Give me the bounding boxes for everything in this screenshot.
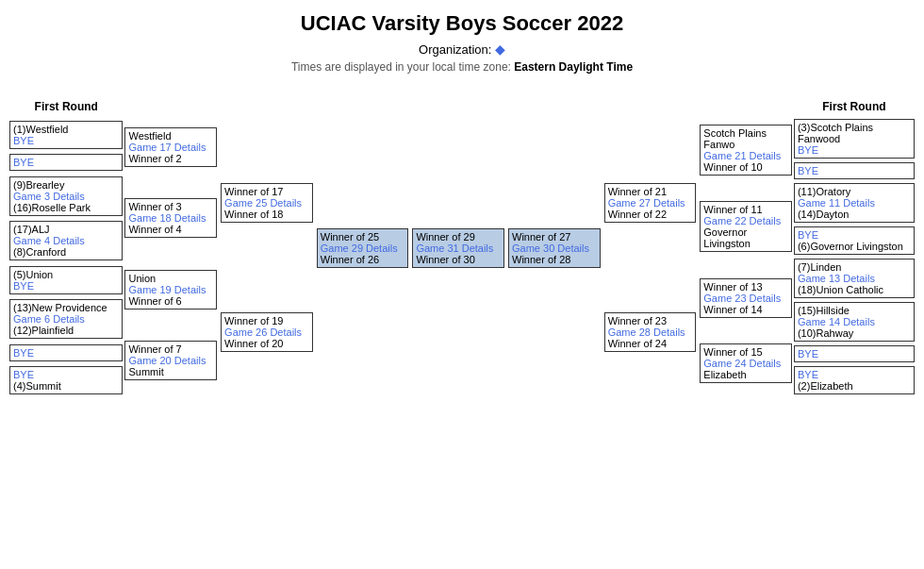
r-r1-s5: (7)LindenGame 13 Details(18)Union Cathol…: [794, 259, 915, 298]
r-r1-s1: (3)Scotch Plains FanwoodBYE: [794, 119, 915, 159]
org-diamond-icon[interactable]: ◆: [495, 42, 505, 57]
r-r3-s2: Winner of 23Game 28 DetailsWinner of 24: [604, 312, 697, 352]
r-r3-s1: Winner of 21Game 27 DetailsWinner of 22: [604, 183, 697, 223]
bracket-main: First Round (1)WestfieldBYE BYE (9)Brear…: [9, 81, 915, 400]
l-r2-s1: WestfieldGame 17 DetailsWinner of 2: [124, 127, 217, 167]
r-r1-s8: BYE(2)Elizabeth: [794, 366, 915, 394]
col-center: Winner of 29Game 31 DetailsWinner of 30: [410, 81, 506, 400]
org-line: Organization: ◆: [0, 40, 924, 59]
col-r-r4: Winner of 27Game 30 DetailsWinner of 28: [506, 81, 602, 400]
r-r1-s2: BYE: [794, 162, 915, 179]
r-r2-s1: Scotch Plains FanwoGame 21 DetailsWinner…: [700, 125, 792, 176]
l-r1-s7: BYE: [9, 344, 123, 361]
l-r1-s1: (1)WestfieldBYE: [9, 121, 123, 149]
r-r2-s4: Winner of 15Game 24 DetailsElizabeth: [700, 343, 792, 383]
col-l-r4: Winner of 25Game 29 DetailsWinner of 26: [315, 81, 411, 400]
r-r1-s4: BYE(6)Governor Livingston: [794, 226, 915, 255]
l-r1-s3: (9)BrearleyGame 3 Details(16)Roselle Par…: [9, 176, 123, 216]
r-r2-s2: Winner of 11Game 22 DetailsGovernor Livi…: [700, 201, 792, 252]
l-r1-s6: (13)New ProvidenceGame 6 Details(12)Plai…: [9, 299, 123, 339]
r-r1-s6: (15)HillsideGame 14 Details(10)Rahway: [794, 302, 915, 342]
r-r4-s1: Winner of 27Game 30 DetailsWinner of 28: [508, 228, 601, 268]
col-r-r2: Scotch Plains FanwoGame 21 DetailsWinner…: [698, 81, 794, 400]
center-final: Winner of 29Game 31 DetailsWinner of 30: [412, 228, 504, 268]
r-r1-s3: (11)OratoryGame 11 Details(14)Dayton: [794, 183, 915, 223]
col-r-r1: First Round (3)Scotch Plains FanwoodBYE …: [794, 81, 915, 400]
l-r1-s2: BYE: [9, 154, 123, 171]
l-r4-s1: Winner of 25Game 29 DetailsWinner of 26: [317, 228, 409, 268]
col-r-r3: Winner of 21Game 27 DetailsWinner of 22 …: [602, 81, 699, 400]
r-r1-s7: BYE: [794, 345, 915, 362]
l-r1-header: First Round: [9, 100, 123, 113]
l-r3-s2: Winner of 19Game 26 DetailsWinner of 20: [221, 312, 313, 352]
l-r2-s3: UnionGame 19 DetailsWinner of 6: [124, 270, 217, 310]
l-r2-s2: Winner of 3Game 18 DetailsWinner of 4: [124, 198, 217, 238]
r-r1-header: First Round: [794, 100, 915, 113]
page-title: UCIAC Varsity Boys Soccer 2022: [0, 0, 924, 40]
l-r3-s1: Winner of 17Game 25 DetailsWinner of 18: [221, 183, 313, 223]
col-l-r3: Winner of 17Game 25 DetailsWinner of 18 …: [219, 81, 315, 400]
l-r1-s4: (17)ALJGame 4 Details(8)Cranford: [9, 221, 123, 260]
col-l-r2: WestfieldGame 17 DetailsWinner of 2 Winn…: [123, 81, 219, 400]
l-r1-s8: BYE(4)Summit: [9, 366, 123, 394]
l-r1-s5: (5)UnionBYE: [9, 266, 123, 294]
r-r2-s3: Winner of 13Game 23 DetailsWinner of 14: [700, 278, 792, 318]
col-l-r1: First Round (1)WestfieldBYE BYE (9)Brear…: [9, 81, 123, 400]
l-r2-s4: Winner of 7Game 20 DetailsSummit: [124, 341, 217, 380]
bracket-flex: First Round (1)WestfieldBYE BYE (9)Brear…: [9, 81, 915, 400]
time-zone-line: Times are displayed in your local time z…: [0, 59, 924, 81]
